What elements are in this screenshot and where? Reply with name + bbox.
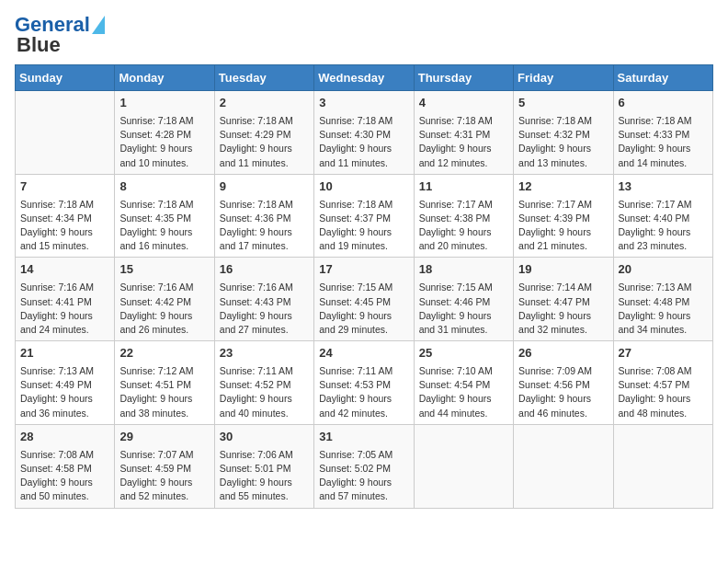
calendar-week-3: 14Sunrise: 7:16 AMSunset: 4:41 PMDayligh… — [16, 258, 713, 341]
day-number: 29 — [119, 429, 209, 446]
calendar-cell: 30Sunrise: 7:06 AMSunset: 5:01 PMDayligh… — [214, 424, 313, 508]
calendar-cell: 19Sunrise: 7:14 AMSunset: 4:47 PMDayligh… — [514, 258, 613, 341]
calendar-cell: 14Sunrise: 7:16 AMSunset: 4:41 PMDayligh… — [16, 258, 115, 341]
calendar-cell: 1Sunrise: 7:18 AMSunset: 4:28 PMDaylight… — [115, 91, 214, 175]
day-number: 1 — [119, 95, 209, 112]
calendar-cell: 7Sunrise: 7:18 AMSunset: 4:34 PMDaylight… — [16, 174, 115, 258]
day-info: Sunrise: 7:11 AMSunset: 4:53 PMDaylight:… — [319, 364, 408, 420]
calendar-cell — [414, 424, 513, 508]
day-info: Sunrise: 7:17 AMSunset: 4:39 PMDaylight:… — [518, 198, 608, 254]
day-number: 8 — [119, 178, 209, 196]
calendar-cell: 8Sunrise: 7:18 AMSunset: 4:35 PMDaylight… — [115, 174, 214, 258]
calendar-cell: 9Sunrise: 7:18 AMSunset: 4:36 PMDaylight… — [214, 174, 313, 258]
calendar-cell: 10Sunrise: 7:18 AMSunset: 4:37 PMDayligh… — [314, 174, 414, 258]
calendar-week-2: 7Sunrise: 7:18 AMSunset: 4:34 PMDaylight… — [16, 174, 713, 258]
day-number: 27 — [619, 345, 708, 362]
calendar-cell: 21Sunrise: 7:13 AMSunset: 4:49 PMDayligh… — [16, 341, 115, 425]
calendar-header-thursday: Thursday — [414, 65, 513, 91]
day-number: 10 — [319, 178, 408, 196]
day-info: Sunrise: 7:18 AMSunset: 4:33 PMDaylight:… — [619, 114, 708, 170]
day-info: Sunrise: 7:17 AMSunset: 4:38 PMDaylight:… — [419, 198, 508, 254]
day-number: 6 — [619, 95, 708, 112]
day-info: Sunrise: 7:08 AMSunset: 4:58 PMDaylight:… — [20, 448, 109, 504]
calendar-cell — [613, 424, 712, 508]
day-number: 17 — [319, 261, 408, 279]
day-number: 16 — [220, 261, 309, 279]
calendar-cell: 18Sunrise: 7:15 AMSunset: 4:46 PMDayligh… — [414, 258, 513, 341]
calendar-cell: 22Sunrise: 7:12 AMSunset: 4:51 PMDayligh… — [115, 341, 214, 425]
calendar-header: SundayMondayTuesdayWednesdayThursdayFrid… — [16, 65, 713, 91]
calendar-cell: 13Sunrise: 7:17 AMSunset: 4:40 PMDayligh… — [613, 174, 712, 258]
day-number: 30 — [220, 429, 309, 446]
calendar-cell: 4Sunrise: 7:18 AMSunset: 4:31 PMDaylight… — [414, 91, 513, 175]
calendar-week-5: 28Sunrise: 7:08 AMSunset: 4:58 PMDayligh… — [16, 424, 713, 508]
day-info: Sunrise: 7:18 AMSunset: 4:36 PMDaylight:… — [220, 198, 309, 254]
calendar-header-monday: Monday — [115, 65, 214, 91]
page-header: General Blue — [15, 15, 713, 55]
day-info: Sunrise: 7:17 AMSunset: 4:40 PMDaylight:… — [619, 198, 708, 254]
calendar-cell: 29Sunrise: 7:07 AMSunset: 4:59 PMDayligh… — [115, 424, 214, 508]
day-info: Sunrise: 7:16 AMSunset: 4:42 PMDaylight:… — [119, 281, 209, 337]
day-info: Sunrise: 7:13 AMSunset: 4:49 PMDaylight:… — [20, 364, 109, 420]
day-number: 11 — [419, 178, 508, 196]
calendar-header-sunday: Sunday — [16, 65, 115, 91]
day-info: Sunrise: 7:08 AMSunset: 4:57 PMDaylight:… — [619, 364, 708, 420]
day-info: Sunrise: 7:18 AMSunset: 4:35 PMDaylight:… — [119, 198, 209, 254]
calendar-cell: 23Sunrise: 7:11 AMSunset: 4:52 PMDayligh… — [214, 341, 313, 425]
day-number: 3 — [319, 95, 408, 112]
day-info: Sunrise: 7:05 AMSunset: 5:02 PMDaylight:… — [319, 448, 408, 504]
day-number: 22 — [119, 345, 209, 362]
day-info: Sunrise: 7:18 AMSunset: 4:37 PMDaylight:… — [319, 198, 408, 254]
calendar-cell: 28Sunrise: 7:08 AMSunset: 4:58 PMDayligh… — [16, 424, 115, 508]
calendar-cell: 2Sunrise: 7:18 AMSunset: 4:29 PMDaylight… — [214, 91, 313, 175]
calendar-cell: 24Sunrise: 7:11 AMSunset: 4:53 PMDayligh… — [314, 341, 414, 425]
day-info: Sunrise: 7:16 AMSunset: 4:41 PMDaylight:… — [20, 281, 109, 337]
calendar-header-friday: Friday — [514, 65, 613, 91]
day-number: 21 — [20, 345, 109, 362]
day-number: 24 — [319, 345, 408, 362]
calendar-week-4: 21Sunrise: 7:13 AMSunset: 4:49 PMDayligh… — [16, 341, 713, 425]
calendar-cell: 3Sunrise: 7:18 AMSunset: 4:30 PMDaylight… — [314, 91, 414, 175]
day-info: Sunrise: 7:13 AMSunset: 4:48 PMDaylight:… — [619, 281, 708, 337]
logo-blue-text: Blue — [17, 35, 61, 55]
calendar-header-wednesday: Wednesday — [314, 65, 414, 91]
calendar-cell: 25Sunrise: 7:10 AMSunset: 4:54 PMDayligh… — [414, 341, 513, 425]
day-info: Sunrise: 7:18 AMSunset: 4:34 PMDaylight:… — [20, 198, 109, 254]
calendar-header-saturday: Saturday — [613, 65, 712, 91]
day-number: 5 — [518, 95, 608, 112]
calendar-cell: 26Sunrise: 7:09 AMSunset: 4:56 PMDayligh… — [514, 341, 613, 425]
day-info: Sunrise: 7:11 AMSunset: 4:52 PMDaylight:… — [220, 364, 309, 420]
calendar-table: SundayMondayTuesdayWednesdayThursdayFrid… — [15, 64, 713, 509]
day-number: 13 — [619, 178, 708, 196]
calendar-cell: 27Sunrise: 7:08 AMSunset: 4:57 PMDayligh… — [613, 341, 712, 425]
calendar-cell — [514, 424, 613, 508]
day-number: 25 — [419, 345, 508, 362]
day-info: Sunrise: 7:18 AMSunset: 4:28 PMDaylight:… — [119, 114, 209, 170]
day-number: 23 — [220, 345, 309, 362]
calendar-cell: 5Sunrise: 7:18 AMSunset: 4:32 PMDaylight… — [514, 91, 613, 175]
day-number: 14 — [20, 261, 109, 279]
calendar-cell — [16, 91, 115, 175]
day-number: 15 — [119, 261, 209, 279]
day-info: Sunrise: 7:10 AMSunset: 4:54 PMDaylight:… — [419, 364, 508, 420]
day-number: 7 — [20, 178, 109, 196]
day-info: Sunrise: 7:14 AMSunset: 4:47 PMDaylight:… — [518, 281, 608, 337]
day-number: 2 — [220, 95, 309, 112]
day-info: Sunrise: 7:15 AMSunset: 4:46 PMDaylight:… — [419, 281, 508, 337]
day-number: 9 — [220, 178, 309, 196]
day-info: Sunrise: 7:18 AMSunset: 4:30 PMDaylight:… — [319, 114, 408, 170]
logo-text: General — [15, 15, 90, 35]
day-number: 20 — [619, 261, 708, 279]
day-number: 18 — [419, 261, 508, 279]
day-info: Sunrise: 7:12 AMSunset: 4:51 PMDaylight:… — [119, 364, 209, 420]
day-number: 4 — [419, 95, 508, 112]
day-info: Sunrise: 7:07 AMSunset: 4:59 PMDaylight:… — [119, 448, 209, 504]
day-number: 12 — [518, 178, 608, 196]
calendar-cell: 15Sunrise: 7:16 AMSunset: 4:42 PMDayligh… — [115, 258, 214, 341]
day-info: Sunrise: 7:18 AMSunset: 4:32 PMDaylight:… — [518, 114, 608, 170]
day-info: Sunrise: 7:18 AMSunset: 4:29 PMDaylight:… — [220, 114, 309, 170]
logo: General Blue — [15, 15, 105, 55]
logo-arrow-icon — [92, 16, 105, 34]
calendar-cell: 20Sunrise: 7:13 AMSunset: 4:48 PMDayligh… — [613, 258, 712, 341]
calendar-cell: 6Sunrise: 7:18 AMSunset: 4:33 PMDaylight… — [613, 91, 712, 175]
